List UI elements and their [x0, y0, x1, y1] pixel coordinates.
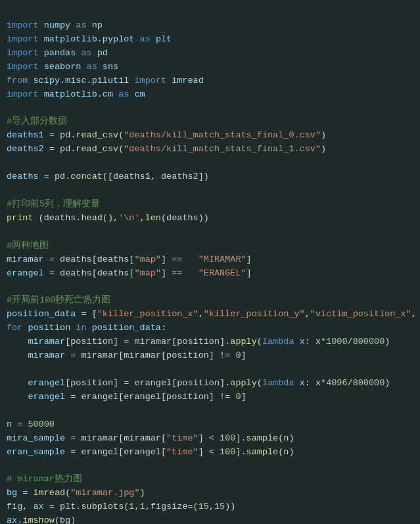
code-editor: import numpy as np import matplotlib.pyp…	[0, 0, 420, 524]
